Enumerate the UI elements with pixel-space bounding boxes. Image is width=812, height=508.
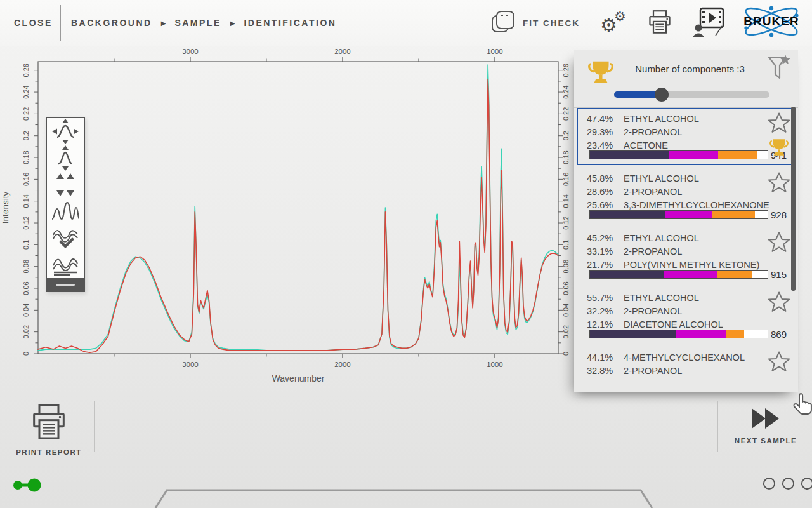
component-name: ETHYL ALCOHOL [624, 172, 699, 185]
svg-text:Intensity: Intensity [1, 192, 10, 224]
spectrum-plot[interactable]: 300030002000200010001000000.020.020.040.… [0, 46, 574, 394]
toolbar-drag-handle[interactable] [47, 278, 84, 291]
component-row: 45.2%ETHYL ALCOHOL [587, 232, 763, 245]
result-item[interactable]: 47.4%ETHYL ALCOHOL29.3%2-PROPANOL23.4%AC… [577, 108, 796, 165]
expand-vertical-icon[interactable] [47, 145, 84, 171]
print-report-icon [29, 434, 69, 443]
svg-text:0.12: 0.12 [562, 216, 570, 229]
hit-quality-segment [676, 330, 726, 338]
expand-all-icon[interactable] [47, 118, 84, 145]
overlay-select-icon[interactable] [47, 225, 84, 251]
favorite-star-icon[interactable] [768, 231, 790, 257]
svg-text:0.12: 0.12 [22, 216, 30, 229]
scale-arrows-icon[interactable] [47, 171, 84, 198]
hit-quality-segment [712, 211, 755, 218]
component-name: 2-PROPANOL [624, 185, 682, 199]
component-percentage: 45.8% [587, 172, 624, 185]
favorite-star-icon[interactable] [768, 171, 790, 197]
svg-text:3000: 3000 [182, 361, 199, 368]
result-item[interactable]: 55.7%ETHYL ALCOHOL32.2%2-PROPANOL12.1%DI… [577, 287, 796, 344]
svg-text:0.14: 0.14 [562, 194, 570, 208]
component-percentage: 55.7% [587, 291, 624, 305]
next-sample-label: NEXT SAMPLE [728, 437, 803, 444]
hit-quality-bar [589, 150, 768, 159]
printer-icon [647, 9, 672, 37]
page-dot[interactable] [763, 478, 775, 490]
component-percentage: 44.1% [587, 351, 624, 364]
favorite-star-icon[interactable] [768, 291, 790, 316]
svg-text:0.26: 0.26 [22, 64, 30, 77]
page-dot[interactable] [801, 478, 812, 490]
svg-text:0.08: 0.08 [562, 260, 570, 273]
result-item[interactable]: 44.1%4-METHYLCYCLOHEXANOL32.8%2-PROPANOL [577, 347, 796, 392]
footer-divider [717, 401, 718, 452]
components-slider-track[interactable] [614, 91, 769, 98]
svg-text:3000: 3000 [182, 48, 199, 55]
result-item[interactable]: 45.2%ETHYL ALCOHOL33.1%2-PROPANOL21.7%PO… [577, 227, 796, 284]
svg-text:0.18: 0.18 [562, 150, 570, 164]
component-name: 2-PROPANOL [624, 245, 682, 258]
bruker-logo: BRUKER [741, 4, 802, 41]
page-indicator [763, 478, 812, 490]
components-slider-knob[interactable] [655, 88, 669, 102]
results-scrollbar[interactable] [791, 107, 796, 291]
app-window: CLOSE BACKGROUND ▶ SAMPLE ▶ IDENTIFICATI… [0, 0, 812, 508]
hit-quality-segment [669, 151, 718, 159]
hit-quality-segment [664, 271, 717, 278]
svg-text:0.04: 0.04 [22, 304, 30, 317]
component-row: 29.3%2-PROPANOL [587, 126, 763, 139]
svg-text:1000: 1000 [487, 361, 503, 368]
component-row: 47.4%ETHYL ALCOHOL [587, 112, 763, 126]
hit-quality-bar [589, 270, 768, 279]
favorite-star-icon[interactable] [768, 112, 790, 137]
hit-quality-segment [665, 211, 712, 218]
topbar-tools: FIT CHECK ⚙ ⚙ [480, 0, 807, 46]
svg-text:2000: 2000 [334, 48, 351, 55]
result-item[interactable]: 45.8%ETHYL ALCOHOL28.6%2-PROPANOL25.6%3,… [577, 168, 796, 225]
component-percentage: 32.2% [587, 305, 624, 318]
fast-forward-icon [749, 422, 782, 432]
svg-text:0.22: 0.22 [562, 107, 570, 121]
svg-text:0.16: 0.16 [562, 173, 570, 186]
print-report-button[interactable]: PRINT REPORT [8, 403, 90, 457]
hit-score: 869 [771, 329, 796, 340]
fitted-spectrum-trace [38, 79, 558, 353]
svg-text:BRUKER: BRUKER [743, 15, 799, 28]
number-of-components-label: Number of components :3 [628, 64, 752, 74]
breadcrumb-step-background[interactable]: BACKGROUND [71, 18, 152, 28]
svg-text:0.08: 0.08 [22, 260, 30, 273]
close-button[interactable]: CLOSE [10, 0, 56, 46]
svg-text:0.04: 0.04 [562, 304, 570, 317]
page-dot[interactable] [782, 478, 794, 490]
full-range-icon[interactable] [47, 198, 84, 225]
svg-text:0.22: 0.22 [22, 107, 30, 121]
chart-toolbar [46, 117, 85, 292]
fit-check-button[interactable]: FIT CHECK [486, 8, 584, 39]
component-name: ETHYL ALCOHOL [624, 291, 699, 305]
video-demo-icon [693, 7, 726, 39]
component-row: 28.6%2-PROPANOL [587, 185, 763, 199]
print-report-label: PRINT REPORT [11, 448, 86, 456]
identification-results-panel: Number of components :3 47.4%ETHYL ALCOH… [574, 50, 798, 392]
breadcrumb-step-sample[interactable]: SAMPLE [174, 18, 221, 28]
fit-check-icon [490, 8, 516, 38]
svg-text:0.18: 0.18 [22, 150, 30, 164]
print-button[interactable] [643, 8, 676, 38]
bottom-drawer-handle[interactable] [0, 479, 812, 508]
hit-quality-segment [726, 330, 744, 338]
tutorial-video-button[interactable] [689, 6, 730, 40]
component-row: 55.7%ETHYL ALCOHOL [587, 291, 763, 305]
svg-text:0.02: 0.02 [562, 325, 570, 338]
breadcrumb: BACKGROUND ▶ SAMPLE ▶ IDENTIFICATION [71, 0, 336, 46]
measurement-progress-toggle[interactable] [9, 475, 49, 498]
svg-text:0: 0 [22, 352, 30, 356]
filter-favorites-icon[interactable] [768, 55, 790, 85]
favorite-star-icon[interactable] [768, 351, 790, 376]
breadcrumb-step-identification[interactable]: IDENTIFICATION [244, 18, 336, 28]
settings-button[interactable]: ⚙ ⚙ [596, 8, 631, 38]
svg-text:1000: 1000 [487, 48, 503, 55]
component-name: 2-PROPANOL [624, 305, 682, 318]
overlay-icon[interactable] [47, 251, 84, 278]
svg-text:0.14: 0.14 [22, 194, 30, 208]
svg-text:0.06: 0.06 [22, 281, 30, 295]
